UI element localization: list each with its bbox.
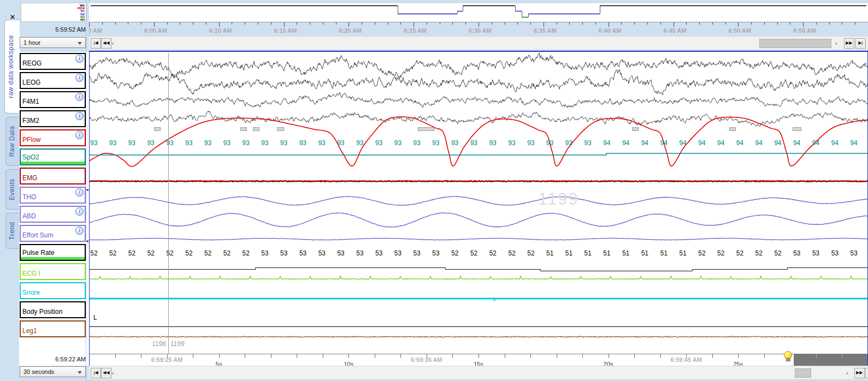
epoch-scrollbar: |◀ ◀◀ ‹ › ▶▶ ▶| (89, 366, 868, 380)
spo2-value: 93 (223, 139, 231, 147)
pulse-value: 52 (508, 249, 515, 257)
pulse-value: 51 (603, 249, 610, 257)
overview-strip[interactable]: 6:00 AM6:05 AM6:10 AM6:15 AM6:20 AM6:25 … (89, 0, 868, 36)
channel-label-text: LEOG (22, 79, 40, 86)
channel-label-text: Body Position (22, 308, 62, 315)
pulse-value: 52 (451, 249, 458, 257)
spo2-value: 94 (603, 139, 610, 147)
channel-label-reog[interactable]: REOGi (20, 53, 86, 70)
info-icon[interactable]: i (75, 207, 84, 216)
channel-label-pflow[interactable]: PFlowi (20, 129, 86, 146)
spo2-value: 94 (736, 139, 743, 147)
overview-scrollbar: |◀ ◀◀ ‹ › ▶▶ ▶| (89, 36, 868, 50)
top-window-select[interactable]: 1 hour (20, 37, 86, 48)
scroll-right-icon[interactable]: › (835, 39, 837, 47)
spo2-value: 94 (660, 139, 668, 147)
channel-scroll-down-icon[interactable]: ◄ (85, 239, 89, 243)
channel-label-text: ECG I (22, 270, 40, 277)
event-marker[interactable] (240, 127, 247, 131)
spo2-value: 94 (698, 139, 705, 147)
info-icon[interactable]: i (75, 55, 84, 63)
spo2-value: 93 (375, 139, 382, 147)
epoch-scroll-thumb[interactable] (795, 368, 811, 378)
overview-time-label: 6:05 AM (144, 27, 167, 34)
first-epoch-button[interactable]: |◀ (91, 368, 101, 378)
event-marker[interactable] (632, 127, 639, 131)
overview-time-label: 6:15 AM (274, 27, 297, 34)
axis-seconds-label: 10s (344, 361, 353, 366)
axis-seconds-label: 25s (733, 361, 743, 366)
pulse-value: 52 (774, 249, 781, 257)
tab-events[interactable]: Events (5, 169, 19, 210)
spo2-value: 94 (812, 139, 819, 147)
last-page-button[interactable]: ▶| (855, 38, 866, 49)
tab-raw-data-workspace[interactable]: raw data workspace (4, 20, 20, 114)
tab-trend[interactable]: Trend (5, 213, 19, 249)
channel-label-f4m1[interactable]: F4M1i (20, 91, 86, 108)
event-marker[interactable] (793, 127, 801, 131)
pulse-value: 52 (470, 249, 477, 257)
event-marker[interactable] (154, 127, 161, 131)
waveform-panel[interactable]: 1199 93939393939393939393939393939393939… (89, 52, 868, 366)
axis-time-label: 6:59:45 AM (670, 356, 702, 363)
spo2-value: 93 (546, 139, 553, 147)
spo2-value: 93 (166, 139, 173, 147)
scroll-left-icon[interactable]: ‹ (112, 39, 114, 47)
channel-label-ecg-i[interactable]: ECG I (20, 263, 86, 280)
overview-time-label: 6:00 AM (89, 27, 102, 34)
channel-label-leog[interactable]: LEOGi (20, 72, 86, 89)
info-icon[interactable]: i (75, 188, 84, 197)
channel-label-snore[interactable]: Snore (20, 282, 86, 299)
first-page-button[interactable]: |◀ (91, 38, 101, 49)
pulse-value: 53 (261, 249, 268, 257)
overview-scroll-thumb[interactable] (759, 39, 831, 48)
axis-seconds-label: 20s (604, 361, 613, 366)
info-icon[interactable]: i (75, 112, 84, 120)
info-icon[interactable]: i (75, 93, 84, 101)
pulse-value: 52 (489, 249, 497, 257)
channel-label-abd[interactable]: ABDi (20, 206, 86, 223)
info-icon[interactable]: i (75, 227, 84, 235)
channel-label-tho[interactable]: THOi (20, 187, 86, 204)
last-epoch-button[interactable]: ▶| (865, 368, 868, 378)
channel-label-text: EMG (22, 174, 37, 182)
stage-legend: WkREMN1N2N3N4 (21, 3, 87, 22)
channel-label-text: F4M1 (22, 98, 39, 105)
channel-label-spo2[interactable]: SpO2 (20, 148, 86, 165)
window-start-time: 5:59:52 AM (21, 26, 86, 33)
event-marker[interactable] (277, 127, 284, 131)
body-position-value: L (93, 314, 97, 322)
info-icon[interactable]: i (75, 74, 84, 82)
tab-raw-data[interactable]: Raw Data (5, 117, 19, 166)
spo2-value: 93 (565, 139, 572, 147)
pulse-value: 53 (812, 249, 819, 257)
info-icon[interactable]: i (75, 131, 84, 139)
channel-label-emg[interactable]: EMG (20, 168, 86, 184)
bottom-window-select[interactable]: 30 seconds (20, 366, 86, 377)
lightbulb-marker-icon[interactable] (784, 351, 792, 359)
spo2-value: 94 (851, 139, 858, 147)
fast-back-button[interactable]: ◀◀ (101, 38, 111, 49)
event-marker[interactable] (729, 127, 736, 131)
fast-forward-epoch-button[interactable]: ▶▶ (854, 368, 865, 378)
event-marker[interactable] (253, 127, 259, 131)
pulse-value: 52 (223, 249, 231, 257)
pulse-value: 53 (299, 249, 306, 257)
overview-time-label: 6:10 AM (209, 27, 232, 34)
channel-label-body-position[interactable]: Body Position (20, 301, 86, 318)
epoch-watermark: 1199 (538, 189, 579, 209)
pulse-value: 53 (280, 249, 287, 257)
fast-back-epoch-button[interactable]: ◀◀ (101, 368, 111, 378)
spo2-value: 93 (584, 139, 592, 147)
pulse-value: 52 (204, 249, 211, 257)
channel-label-effort-sum[interactable]: Effort Sumi (20, 225, 86, 242)
fast-forward-button[interactable]: ▶▶ (844, 38, 854, 49)
scroll-right-icon[interactable]: › (846, 368, 848, 377)
channel-label-f3m2[interactable]: F3M2i (20, 110, 86, 127)
channel-label-pulse-rate[interactable]: Pulse Rate (20, 244, 86, 261)
channel-label-leg1[interactable]: Leg1 (20, 320, 86, 337)
event-marker[interactable] (418, 127, 434, 131)
channel-scroll-up-icon[interactable]: ◄ (85, 188, 89, 192)
pulse-value: 52 (717, 249, 724, 257)
scroll-left-icon[interactable]: ‹ (112, 368, 114, 377)
